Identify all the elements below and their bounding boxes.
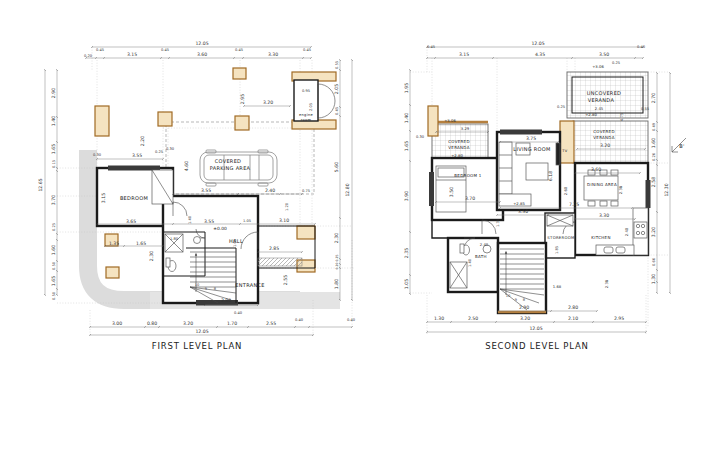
dim-label: 2.80 [568, 305, 578, 310]
first-plan-title: FIRST LEVEL PLAN [152, 341, 242, 351]
dim-label: 2.50 [468, 316, 478, 321]
room-label: TV [561, 149, 567, 153]
dim-label: 0.66 [652, 257, 656, 266]
dim-label: 1.20 [285, 202, 289, 211]
dim-label: 0.25 [335, 254, 339, 261]
room-label: COVERED [215, 158, 242, 164]
dim-label: 0.30 [416, 135, 425, 139]
dim-label: 12.05 [531, 41, 544, 46]
dim-label: 0.45 [427, 45, 435, 49]
dim-label: 3.50 [518, 209, 528, 214]
dim-label: 1.65 [51, 144, 56, 154]
dim-label: 2.70 [651, 93, 656, 103]
room-label: HALL [229, 238, 243, 244]
dim-label: 1.40 [468, 258, 472, 267]
dim-label: 3.15 [127, 52, 137, 57]
dim-label: 2.90 [519, 305, 529, 310]
dim-label: 3.20 [263, 100, 273, 105]
dim-label: 3.15 [101, 193, 106, 203]
dim-label: 0.40 [234, 311, 243, 315]
dim-label: 5.60 [334, 162, 339, 172]
room-label: VERANDA [588, 97, 615, 103]
dim-label: 2.10 [568, 316, 578, 321]
dim-label: 0.30 [166, 147, 175, 151]
dim-label: 3.70 [51, 195, 56, 205]
dim-label: 4.35 [535, 52, 545, 57]
dim-label: 1.60 [51, 245, 56, 255]
dim-label: 2.55 [266, 321, 276, 326]
dim-label: 2.38 [604, 279, 609, 288]
room-label: B' [679, 143, 684, 149]
dim-label: 12.30 [664, 183, 669, 196]
dim-label: 1.95 [404, 83, 409, 93]
dim-label: 1.30 [434, 316, 444, 321]
dim-label: 1.35 [109, 241, 119, 246]
dim-label: 2.38 [618, 185, 623, 194]
dim-label: 2.90 [51, 88, 56, 98]
dim-label: 0.50 [52, 261, 56, 270]
dim-label: 1.80 [334, 279, 339, 289]
dim-label: 2.45 [595, 106, 604, 111]
drawing-sheet: 12.050.200.453.150.453.600.453.300.4512.… [0, 0, 705, 476]
dim-label: 0.20 [335, 262, 339, 269]
dim-label: 0.80 [147, 321, 157, 326]
dim-label: 0.45 [96, 48, 104, 52]
room-label: DINING AREA [587, 182, 617, 187]
room-label: UNCOVERED [587, 90, 622, 96]
dim-label: 2.40 [624, 227, 629, 236]
dim-label: 3.75 [526, 136, 536, 141]
dim-label: 2.05 [334, 84, 339, 94]
dim-label: 3.55 [132, 153, 142, 158]
dim-label: 2.35 [404, 248, 409, 258]
dim-label: 0.25 [52, 223, 56, 231]
dim-label: 1.65 [404, 141, 409, 151]
dim-label: 2.40 [265, 188, 275, 193]
dim-label: 12.80 [345, 183, 350, 196]
level-label: +3.06 [444, 118, 456, 123]
tv [556, 143, 560, 165]
dim-label: 4.60 [184, 161, 189, 171]
floor-plans-svg: 12.050.200.453.150.453.600.453.300.4512.… [0, 0, 705, 476]
dim-label: 0.40 [295, 318, 304, 322]
dim-label: 3.50 [449, 187, 454, 197]
dim-label: 3.00 [112, 321, 122, 326]
first-level-plan: 12.050.200.453.150.453.600.453.300.4512.… [38, 41, 356, 351]
dim-label: 3.30 [268, 52, 278, 57]
dim-label: 0.45 [335, 107, 339, 115]
level-label: ±0.00 [213, 226, 227, 231]
dim-label: 0.15 [52, 160, 56, 168]
dim-label: 2.80 [221, 298, 231, 303]
room-label: engine [299, 113, 314, 117]
dim-label: 3.65 [126, 219, 136, 224]
dim-label: 0.55 [641, 107, 649, 111]
dim-label: 3.15 [459, 52, 469, 57]
second-plan-title: SECOND LEVEL PLAN [485, 341, 589, 351]
dim-label: 3.60 [197, 52, 207, 57]
dim-label: 1.40 [404, 113, 409, 123]
dim-label: 1.05 [404, 279, 409, 289]
dim-label: 1.68 [553, 284, 562, 289]
dim-label: 0.26 [652, 152, 656, 161]
dim-label: 0.30 [93, 153, 102, 157]
dim-label: 3.30 [599, 213, 609, 218]
dim-label: 2.58 [651, 177, 656, 187]
entrance-step-hatch [258, 258, 302, 266]
dim-label: 3.55 [201, 188, 211, 193]
dim-label: 3.55 [204, 219, 214, 224]
dim-label: 6.18 [548, 171, 553, 181]
dim-label: 0.25 [612, 61, 620, 65]
room-label: COVERED [448, 139, 470, 144]
dim-label: 3.20 [520, 316, 530, 321]
room-label: room [301, 118, 312, 122]
dim-label: 0.25 [155, 150, 163, 154]
level-label: +2.85 [513, 201, 525, 206]
room-label: BEDROOM 1 [454, 173, 482, 178]
dim-label: 2.30 [334, 233, 339, 243]
dim-label: 0.45 [161, 48, 169, 52]
room-label: LIVING ROOM [513, 146, 550, 152]
dim-label: 0.50 [52, 291, 56, 300]
dim-label: 7.25 [569, 202, 579, 207]
dim-label: 1.60 [651, 138, 656, 148]
dim-label: 0.45 [235, 48, 243, 52]
level-label: +2.80 [585, 112, 597, 117]
